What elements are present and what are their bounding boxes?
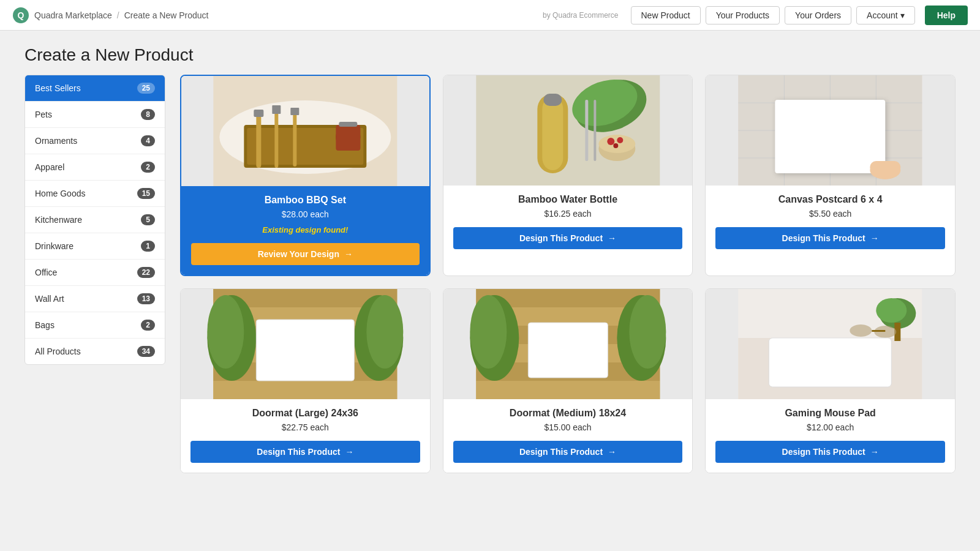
svg-rect-9 [272,105,281,114]
design-product-button-bamboo-water[interactable]: Design This Product → [453,227,683,249]
svg-text:Q: Q [18,10,24,20]
review-design-button-bamboo-bbq[interactable]: Review Your Design → [191,243,420,265]
water-bottle-image-svg [443,75,693,186]
product-info-doormat-large: Doormat (Large) 24x36 $22.75 each Design… [181,399,430,473]
sidebar-item-bags[interactable]: Bags 2 [25,312,165,339]
product-card-canvas-postcard: Canvas Postcard 6 x 4 $5.50 each Design … [705,75,956,276]
mousepad-image-svg [706,289,955,399]
doormat-medium-image-svg [443,289,693,399]
arrow-right-icon: → [344,249,353,259]
svg-point-48 [207,295,244,369]
sidebar-item-best-sellers[interactable]: Best Sellers 25 [25,75,165,102]
product-price-doormat-medium: $15.00 each [453,422,683,432]
svg-rect-8 [274,110,278,168]
svg-point-61 [629,295,666,369]
sidebar-label-ornaments: Ornaments [35,136,77,146]
svg-point-49 [366,295,403,369]
sidebar-item-ornaments[interactable]: Ornaments 4 [25,128,165,154]
product-image-gaming-mousepad [706,289,955,399]
your-orders-button[interactable]: Your Orders [785,6,851,24]
product-name-canvas-postcard: Canvas Postcard 6 x 4 [715,194,945,205]
new-product-button[interactable]: New Product [631,6,701,24]
brand-page: Create a New Product [124,10,209,20]
arrow-right-icon-3: → [870,233,879,243]
sidebar-item-all-products[interactable]: All Products 34 [25,339,165,364]
product-info-gaming-mousepad: Gaming Mouse Pad $12.00 each Design This… [706,399,955,473]
design-product-button-canvas-postcard[interactable]: Design This Product → [715,227,945,249]
sidebar-badge-pets: 8 [141,109,155,120]
your-products-button[interactable]: Your Products [706,6,780,24]
svg-rect-57 [476,381,660,399]
product-info-canvas-postcard: Canvas Postcard 6 x 4 $5.50 each Design … [706,186,955,259]
sidebar-badge-best-sellers: 25 [137,83,155,94]
sidebar-badge-all-products: 34 [137,346,155,357]
sidebar-item-kitchenware[interactable]: Kitchenware 5 [25,207,165,233]
product-image-bamboo-water [443,75,693,186]
sidebar-badge-apparel: 2 [141,162,155,173]
brand-name: Quadra Marketplace [34,10,112,20]
svg-point-24 [617,137,623,143]
svg-rect-19 [542,97,563,170]
sidebar-label-best-sellers: Best Sellers [35,83,81,93]
svg-rect-6 [256,113,261,168]
product-image-doormat-medium [443,289,693,399]
sidebar-label-all-products: All Products [35,347,81,356]
sidebar-label-wall-art: Wall Art [35,294,64,304]
sidebar-item-pets[interactable]: Pets 8 [25,102,165,128]
sidebar-badge-bags: 2 [141,320,155,331]
sidebar-label-office: Office [35,268,57,277]
product-name-bamboo-water: Bamboo Water Bottle [453,194,683,205]
account-chevron-icon: ▾ [900,10,905,20]
product-card-doormat-large: Doormat (Large) 24x36 $22.75 each Design… [180,288,431,473]
svg-rect-13 [336,125,360,151]
product-grid: Bamboo BBQ Set $28.00 each Existing desi… [180,75,956,473]
product-card-bamboo-bbq: Bamboo BBQ Set $28.00 each Existing desi… [180,75,431,276]
sidebar-item-home-goods[interactable]: Home Goods 15 [25,181,165,207]
sidebar-label-drinkware: Drinkware [35,241,74,251]
product-image-canvas-postcard [706,75,955,186]
product-card-gaming-mousepad: Gaming Mouse Pad $12.00 each Design This… [705,288,956,473]
main-content: Best Sellers 25 Pets 8 Ornaments 4 Appar… [0,75,980,498]
arrow-right-icon-5: → [608,447,616,457]
arrow-right-icon-4: → [345,447,353,457]
sidebar-item-wall-art[interactable]: Wall Art 13 [25,286,165,312]
svg-point-60 [470,295,507,369]
brand: Q Quadra Marketplace / Create a New Prod… [12,7,208,24]
svg-rect-45 [213,381,397,399]
arrow-right-icon-2: → [608,233,616,243]
help-button[interactable]: Help [925,6,968,25]
svg-rect-38 [870,161,901,173]
svg-rect-11 [290,108,299,115]
product-name-doormat-large: Doormat (Large) 24x36 [190,408,420,419]
svg-point-69 [850,324,872,337]
sidebar-badge-kitchenware: 5 [141,214,155,225]
sidebar-badge-ornaments: 4 [141,135,155,146]
sidebar-badge-drinkware: 1 [141,241,155,252]
svg-point-25 [613,143,618,148]
page-header: Create a New Product [0,31,980,75]
account-button[interactable]: Account ▾ [856,6,915,24]
svg-rect-20 [543,94,562,106]
design-product-button-doormat-large[interactable]: Design This Product → [190,441,420,463]
existing-design-notice: Existing design found! [191,225,420,234]
brand-separator: / [117,10,119,20]
product-name-doormat-medium: Doormat (Medium) 18x24 [453,408,683,419]
sidebar-label-apparel: Apparel [35,162,64,172]
sidebar-item-drinkware[interactable]: Drinkware 1 [25,233,165,260]
design-product-button-gaming-mousepad[interactable]: Design This Product → [715,441,945,463]
product-card-bamboo-water: Bamboo Water Bottle $16.25 each Design T… [443,75,693,276]
bbq-image-svg [181,76,429,186]
product-name-gaming-mousepad: Gaming Mouse Pad [715,408,945,419]
design-product-button-doormat-medium[interactable]: Design This Product → [453,441,683,463]
svg-rect-36 [775,100,886,173]
product-image-doormat-large [181,289,430,399]
sidebar-label-home-goods: Home Goods [35,189,85,198]
page-title: Create a New Product [24,45,956,65]
sidebar: Best Sellers 25 Pets 8 Ornaments 4 Appar… [24,75,165,365]
sidebar-badge-office: 22 [137,267,155,278]
product-price-bamboo-water: $16.25 each [453,209,683,219]
sidebar-item-apparel[interactable]: Apparel 2 [25,154,165,181]
product-info-bamboo-bbq: Bamboo BBQ Set $28.00 each Existing desi… [181,186,429,275]
sidebar-item-office[interactable]: Office 22 [25,260,165,286]
brand-logo: Q [12,7,29,24]
